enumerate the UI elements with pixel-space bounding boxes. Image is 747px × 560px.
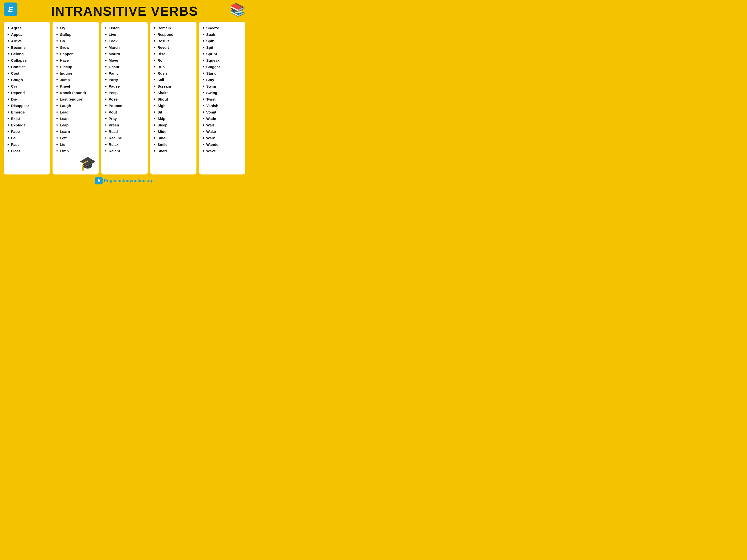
list-item: Collapse — [7, 57, 48, 63]
list-item: Belong — [7, 51, 48, 57]
list-item: Gallop — [56, 31, 96, 37]
list-item: Die — [7, 96, 48, 102]
list-item: Smell — [154, 135, 194, 141]
list-item: Remain — [154, 25, 194, 31]
list-item: Arrive — [7, 37, 48, 44]
list-item: Fall — [7, 135, 48, 141]
logo-letter: E — [8, 5, 13, 14]
list-item: Look — [105, 37, 145, 44]
list-item: Sleep — [154, 122, 194, 128]
column-2: FlyGallopGoGrowHappenHaveHiccupInquireJu… — [53, 22, 99, 175]
list-item: Vanish — [203, 102, 243, 109]
list-item: Sigh — [154, 102, 194, 109]
list-item: Leap — [56, 122, 96, 128]
list-item: Jump — [56, 76, 96, 83]
list-item: Wake — [203, 128, 243, 135]
list-item: Relent — [105, 148, 145, 154]
footer-logo-icon: E — [95, 177, 103, 184]
list-item: Lie — [56, 141, 96, 148]
list-item: Pout — [105, 109, 145, 115]
list-item: Fade — [7, 128, 48, 135]
word-list-3: ListenLiveLookMarchMournMoveOccurPanicPa… — [105, 25, 145, 154]
list-item: Scream — [154, 83, 194, 89]
list-item: Left — [56, 135, 96, 141]
list-item: Hiccup — [56, 63, 96, 70]
list-item: Knock (sound) — [56, 89, 96, 96]
list-item: Kneel — [56, 83, 96, 89]
list-item: Fast — [7, 141, 48, 148]
list-item: Shout — [154, 96, 194, 102]
page-title: INTRANSITIVE VERBS — [51, 4, 198, 19]
list-item: Revolt — [154, 44, 194, 51]
list-item: Depend — [7, 89, 48, 96]
list-item: Sprint — [203, 51, 243, 57]
list-item: Wave — [203, 148, 243, 154]
list-item: Twist — [203, 96, 243, 102]
list-item: Stay — [203, 76, 243, 83]
list-item: Fly — [56, 25, 96, 31]
list-item: Lead — [56, 109, 96, 115]
character-illustration: 🎓 — [56, 155, 96, 171]
column-3: ListenLiveLookMarchMournMoveOccurPanicPa… — [101, 22, 148, 175]
list-item: Sail — [154, 76, 194, 83]
list-item: Pray — [105, 115, 145, 122]
list-item: Become — [7, 44, 48, 51]
list-item: Pause — [105, 83, 145, 89]
word-list-4: RemainRespondResultRevoltRiseRollRunRush… — [154, 25, 194, 154]
list-item: Cough — [7, 76, 48, 83]
list-item: Rise — [154, 51, 194, 57]
list-item: Go — [56, 37, 96, 44]
logo-icon: E — [4, 2, 18, 16]
list-item: Explode — [7, 122, 48, 128]
list-item: Skip — [154, 115, 194, 122]
list-item: Pose — [105, 96, 145, 102]
list-item: Preen — [105, 122, 145, 128]
list-item: Grow — [56, 44, 96, 51]
list-item: Result — [154, 37, 194, 44]
list-item: Sneeze — [203, 25, 243, 31]
list-item: Shake — [154, 89, 194, 96]
word-list-1: AgreeAppearArriveBecomeBelongCollapseCon… — [7, 25, 48, 154]
column-1: AgreeAppearArriveBecomeBelongCollapseCon… — [4, 22, 50, 175]
word-list-2: FlyGallopGoGrowHappenHaveHiccupInquireJu… — [56, 25, 96, 154]
footer-text: Englishstudyonline.org — [104, 178, 154, 183]
list-item: Swing — [203, 89, 243, 96]
list-item: Occur — [105, 63, 145, 70]
list-item: Roll — [154, 57, 194, 63]
list-item: Wade — [203, 115, 243, 122]
list-item: Rush — [154, 70, 194, 76]
list-item: Stand — [203, 70, 243, 76]
list-item: Panic — [105, 70, 145, 76]
list-item: Wander — [203, 141, 243, 148]
list-item: Wait — [203, 122, 243, 128]
list-item: Swim — [203, 83, 243, 89]
list-item: Peep — [105, 89, 145, 96]
list-item: Disappear — [7, 102, 48, 109]
list-item: Listen — [105, 25, 145, 31]
list-item: Party — [105, 76, 145, 83]
list-item: Sit — [154, 109, 194, 115]
list-item: Stagger — [203, 63, 243, 70]
list-item: Live — [105, 31, 145, 37]
header: E INTRANSITIVE VERBS 📚 — [4, 2, 245, 19]
list-item: Soak — [203, 31, 243, 37]
list-item: Float — [7, 148, 48, 154]
list-item: Read — [105, 128, 145, 135]
list-item: Mourn — [105, 51, 145, 57]
list-item: Limp — [56, 148, 96, 154]
list-item: Recline — [105, 135, 145, 141]
list-item: Run — [154, 63, 194, 70]
list-item: Relax — [105, 141, 145, 148]
list-item: Learn — [56, 128, 96, 135]
list-item: Spit — [203, 44, 243, 51]
column-5: SneezeSoakSpinSpitSprintSqueakStaggerSta… — [199, 22, 245, 175]
list-item: Have — [56, 57, 96, 63]
list-item: Consist — [7, 63, 48, 70]
list-item: Walk — [203, 135, 243, 141]
list-item: Agree — [7, 25, 48, 31]
list-item: Inquire — [56, 70, 96, 76]
list-item: Lean — [56, 115, 96, 122]
list-item: Cry — [7, 83, 48, 89]
columns-container: AgreeAppearArriveBecomeBelongCollapseCon… — [4, 22, 245, 175]
list-item: Pounce — [105, 102, 145, 109]
